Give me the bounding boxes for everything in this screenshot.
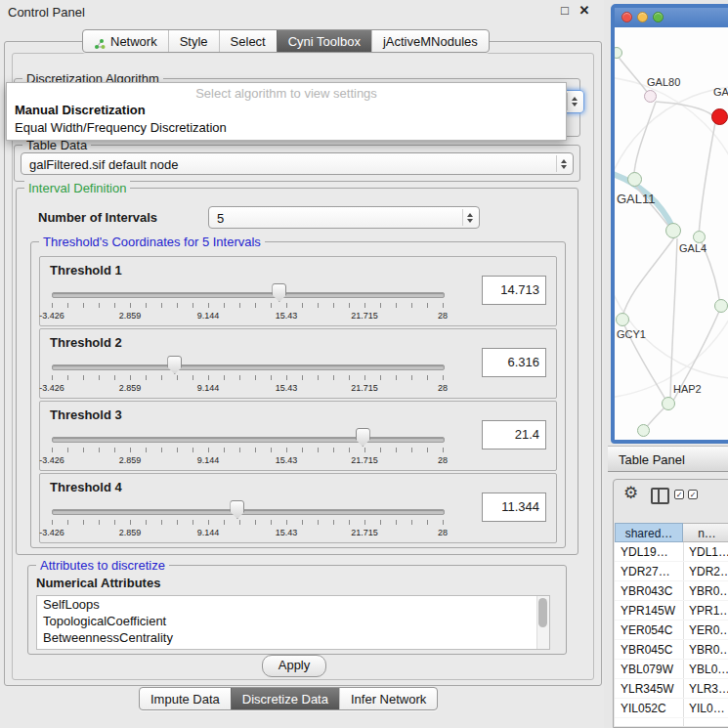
algorithm-dropdown-popup: Select algorithm to view settings Manual… — [6, 82, 567, 141]
column-header-name[interactable]: n… — [683, 523, 728, 542]
network-node-gal4[interactable] — [665, 223, 681, 238]
table-row[interactable]: YBL079WYBL0… — [615, 660, 728, 679]
tick-label: 9.144 — [197, 455, 220, 465]
list-item-selfloops[interactable]: SelfLoops — [37, 596, 549, 613]
network-view-window: GAL80 GA GAL11 GAL4 GCY1 HAP2 — [611, 4, 728, 444]
cyni-bottom-tabbar: Impute Data Discretize Data Infer Networ… — [139, 687, 438, 710]
table-data-select[interactable]: galFiltered.sif default node — [21, 152, 574, 175]
screen: Control Panel □ ✕ Network Style Select C… — [0, 0, 728, 728]
network-node[interactable] — [714, 299, 728, 313]
threshold-4-panel: Threshold 4 -3.426 2.859 9.144 15.43 21.… — [39, 473, 557, 543]
threshold-1-panel: Threshold 1 -3.426 2.859 9.144 15.43 21.… — [39, 256, 557, 326]
scrollbar-thumb[interactable] — [538, 598, 547, 627]
network-node-gal11[interactable] — [627, 172, 642, 187]
gear-icon[interactable]: ⚙ — [623, 485, 638, 502]
table-row[interactable]: YBR045CYBR0… — [615, 640, 728, 660]
network-node-selected-red[interactable] — [711, 108, 728, 125]
attributes-group-title: Attributes to discretize — [36, 558, 169, 573]
tick-label: 9.144 — [197, 311, 220, 321]
tick-label: 2.859 — [119, 455, 142, 465]
tick-label: 15.43 — [276, 455, 298, 465]
number-of-intervals-select[interactable]: 5 — [208, 206, 480, 229]
network-node[interactable] — [637, 424, 650, 437]
tab-jactivemnodules[interactable]: jActiveMNodules — [371, 30, 489, 52]
columns-icon[interactable] — [651, 488, 669, 504]
table-row[interactable]: YIL052CYIL0… — [615, 699, 728, 718]
tick-label: -3.426 — [39, 528, 64, 537]
close-traffic-light-icon[interactable] — [621, 12, 632, 22]
slider-ticks — [52, 448, 444, 452]
threshold-1-value-field[interactable]: 14.713 — [482, 276, 546, 305]
tab-discretize-data[interactable]: Discretize Data — [231, 688, 339, 709]
column-header-shared-name[interactable]: shared… — [615, 523, 683, 542]
tab-network[interactable]: Network — [83, 30, 168, 52]
network-node-hap2[interactable] — [662, 397, 675, 410]
node-label-gcy1: GCY1 — [617, 328, 646, 340]
node-label-ga: GA — [713, 86, 728, 98]
float-window-icon[interactable]: □ — [557, 3, 573, 19]
threshold-1-slider[interactable]: -3.426 2.859 9.144 15.43 21.715 28 — [52, 282, 444, 323]
threshold-3-label: Threshold 3 — [50, 407, 122, 422]
slider-thumb[interactable] — [356, 428, 370, 447]
node-label-gal80: GAL80 — [647, 76, 680, 88]
threshold-2-slider[interactable]: -3.426 2.859 9.144 15.43 21.715 28 — [52, 355, 444, 396]
network-window-titlebar[interactable] — [615, 8, 728, 27]
threshold-coordinates-group: Threshold's Coordinates for 5 Intervals … — [30, 241, 566, 548]
slider-thumb[interactable] — [230, 500, 244, 519]
slider-scale: -3.426 2.859 9.144 15.43 21.715 28 — [52, 528, 443, 538]
threshold-3-value-field[interactable]: 21.4 — [482, 420, 546, 450]
attributes-group: Attributes to discretize Numerical Attri… — [27, 565, 567, 655]
table-row[interactable]: YLR345WYLR3… — [615, 679, 728, 699]
tab-impute-data[interactable]: Impute Data — [140, 688, 231, 709]
slider-track[interactable] — [52, 437, 445, 443]
threshold-2-value-field[interactable]: 6.316 — [482, 348, 546, 377]
tab-style[interactable]: Style — [168, 30, 219, 52]
tick-label: 28 — [438, 383, 448, 393]
zoom-traffic-light-icon[interactable] — [653, 12, 664, 22]
checkbox-icon[interactable]: ✓ — [674, 490, 684, 499]
threshold-4-value-field[interactable]: 11.344 — [482, 492, 546, 522]
threshold-2-label: Threshold 2 — [50, 335, 122, 350]
slider-ticks — [52, 375, 444, 380]
network-icon — [94, 35, 106, 47]
tab-infer-network[interactable]: Infer Network — [339, 688, 437, 709]
network-node-gal80[interactable] — [644, 90, 657, 103]
slider-track[interactable] — [52, 509, 445, 515]
tick-label: 2.859 — [119, 383, 142, 393]
threshold-4-slider[interactable]: -3.426 2.859 9.144 15.43 21.715 28 — [52, 499, 444, 540]
apply-button[interactable]: Apply — [262, 655, 326, 677]
table-panel-title: Table Panel — [619, 452, 685, 467]
tick-label: 9.144 — [197, 528, 220, 537]
algorithm-dropdown-hint: Select algorithm to view settings — [7, 86, 566, 101]
tab-select[interactable]: Select — [219, 30, 277, 52]
table-row[interactable]: YPR145WYPR1… — [615, 601, 728, 621]
slider-ticks — [52, 303, 444, 308]
minimize-traffic-light-icon[interactable] — [637, 12, 648, 22]
checkbox-icon[interactable]: ✓ — [688, 490, 698, 499]
control-panel: Control Panel □ ✕ Network Style Select C… — [0, 0, 604, 728]
table-data-group: Table Data galFiltered.sif default node — [14, 145, 580, 182]
tab-cyni-toolbox[interactable]: Cyni Toolbox — [277, 30, 371, 52]
threshold-1-label: Threshold 1 — [50, 263, 122, 278]
list-item-topologicalcoefficient[interactable]: TopologicalCoefficient — [37, 613, 549, 629]
table-row[interactable]: YDR27…YDR2… — [615, 562, 728, 581]
tick-label: 2.859 — [119, 528, 142, 537]
network-canvas[interactable]: GAL80 GA GAL11 GAL4 GCY1 HAP2 — [615, 27, 728, 440]
dropdown-option-manual-discretization[interactable]: Manual Discretization — [15, 103, 146, 117]
attributes-list-scrollbar[interactable] — [536, 596, 549, 649]
list-item-betweennesscentrality[interactable]: BetweennessCentrality — [37, 629, 549, 646]
slider-track[interactable] — [52, 292, 445, 298]
network-node-gcy1[interactable] — [616, 313, 629, 326]
table-row[interactable]: YBR043CYBR0… — [615, 581, 728, 601]
threshold-3-slider[interactable]: -3.426 2.859 9.144 15.43 21.715 28 — [52, 427, 444, 468]
slider-thumb[interactable] — [167, 356, 182, 374]
dropdown-option-equal-width-frequency[interactable]: Equal Width/Frequency Discretization — [15, 120, 227, 135]
table-row[interactable]: YER054CYER0… — [615, 621, 728, 640]
tick-label: 28 — [438, 455, 448, 465]
tick-label: 21.715 — [351, 528, 378, 537]
close-icon[interactable]: ✕ — [577, 3, 592, 19]
slider-track[interactable] — [52, 364, 445, 370]
number-of-intervals-label: Number of Intervals — [38, 210, 157, 225]
table-row[interactable]: YDL19…YDL1… — [615, 542, 728, 562]
slider-thumb[interactable] — [272, 283, 286, 302]
